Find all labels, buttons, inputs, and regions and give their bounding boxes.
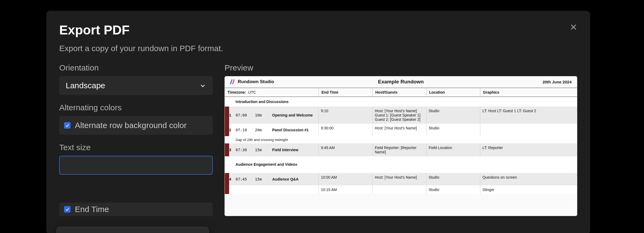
preview-document: Rundown Studio Example Rundown 20th June… <box>225 76 577 216</box>
table-row: 1 07:00 10m Opening and Welcome 9:10 Hos… <box>225 107 577 124</box>
table-row: 3 07:30 15m Field Interview 9:45 AM Fiel… <box>225 143 577 156</box>
brand-logo-icon <box>230 79 235 84</box>
chevron-down-icon <box>199 82 206 89</box>
close-icon[interactable]: ✕ <box>570 23 577 32</box>
altcolors-label: Alternating colors <box>59 103 213 112</box>
alternate-colors-checkbox[interactable] <box>64 122 71 129</box>
table-row: 2 07:10 20m Panel Discussion #1 9:30:00 … <box>225 124 577 136</box>
section-heading: Introduction and Discussions <box>225 97 577 107</box>
modal-title: Export PDF <box>59 23 130 37</box>
textsize-label: Text size <box>59 143 213 152</box>
document-date: 20th June 2024 <box>542 80 572 84</box>
orientation-select[interactable]: Landscape <box>59 76 213 95</box>
row-note: Gap of 24h and crossing midnight <box>225 136 577 143</box>
column-headers: Timezone: UTC End Time Host/Guests Locat… <box>225 88 577 97</box>
brand: Rundown Studio <box>230 79 274 84</box>
endtime-text: End Time <box>75 205 109 214</box>
table-row: 10:15 AM Studio Stinger <box>225 185 577 194</box>
section-heading: Audience Engagement and Videos <box>225 156 577 169</box>
orientation-label: Orientation <box>59 63 213 72</box>
alternate-colors-option[interactable]: Alternate row background color <box>59 116 213 135</box>
textsize-select[interactable] <box>59 156 213 175</box>
preview-label: Preview <box>225 63 577 72</box>
export-pdf-modal: Export PDF ✕ Export a copy of your rundo… <box>46 11 590 233</box>
orientation-value: Landscape <box>66 81 105 90</box>
textsize-dropdown: ✓ Small Medium Large <box>57 227 209 233</box>
endtime-checkbox[interactable] <box>64 206 71 213</box>
alternate-colors-text: Alternate row background color <box>75 121 187 130</box>
modal-subtitle: Export a copy of your rundown in PDF for… <box>59 44 577 53</box>
textsize-option-small[interactable]: ✓ Small <box>60 230 206 233</box>
document-title: Example Rundown <box>378 79 424 85</box>
endtime-option[interactable]: End Time <box>59 203 213 216</box>
table-row: 4 07:45 15m Audience Q&A 10:00 AM Host: … <box>225 173 577 185</box>
